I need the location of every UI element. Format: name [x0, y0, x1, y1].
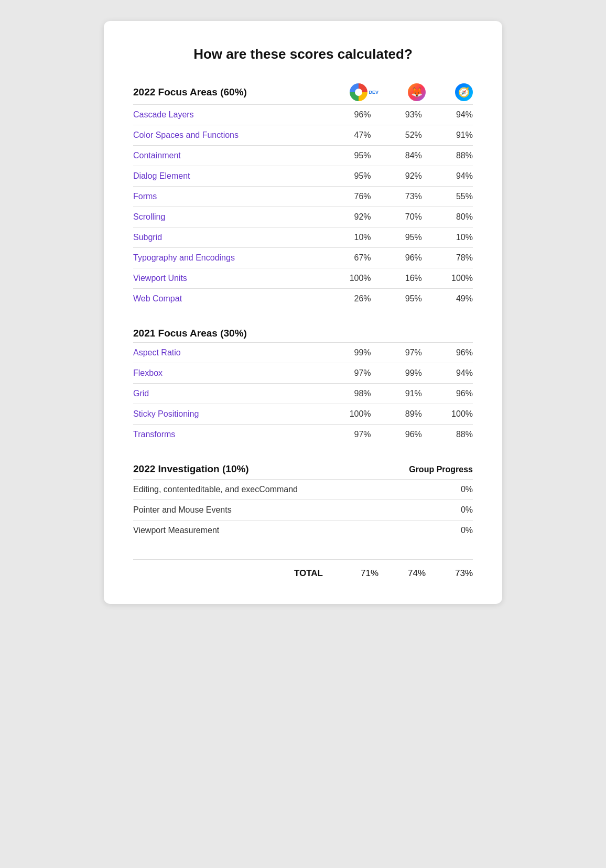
row-label[interactable]: Subgrid	[133, 227, 320, 248]
firefox-icon: 🦊	[408, 83, 426, 101]
row-val-1: 96%	[371, 248, 422, 268]
row-val-2: 94%	[422, 105, 473, 125]
table-row: Containment95%84%88%	[133, 146, 473, 166]
table-row: Typography and Encodings67%96%78%	[133, 248, 473, 268]
section-2022-title: 2022 Focus Areas (60%)	[133, 86, 247, 98]
row-label: Viewport Measurement	[133, 520, 450, 541]
row-val-0: 26%	[320, 289, 371, 309]
investigation-title: 2022 Investigation (10%)	[133, 463, 249, 475]
chrome-icon-col: DEV	[331, 83, 378, 101]
table-row: Subgrid10%95%10%	[133, 227, 473, 248]
row-val-1: 97%	[371, 343, 422, 363]
row-val-1: 93%	[371, 105, 422, 125]
row-label[interactable]: Web Compat	[133, 289, 320, 309]
row-val-0: 97%	[320, 363, 371, 384]
row-val-0: 95%	[320, 146, 371, 166]
row-val-2: 96%	[422, 384, 473, 404]
chrome-icon	[350, 83, 367, 101]
table-row: Color Spaces and Functions47%52%91%	[133, 125, 473, 146]
row-val-2: 88%	[422, 425, 473, 445]
table-row: Dialog Element95%92%94%	[133, 166, 473, 187]
row-val-0: 96%	[320, 105, 371, 125]
section-2022-header: 2022 Focus Areas (60%) DEV 🦊 🧭	[133, 83, 473, 104]
total-row: TOTAL 71% 74% 73%	[133, 559, 473, 579]
row-label: Editing, contenteditable, and execComman…	[133, 480, 450, 500]
row-val-1: 16%	[371, 268, 422, 289]
safari-icon-col: 🧭	[426, 83, 473, 101]
table-row: Scrolling92%70%80%	[133, 207, 473, 227]
row-label[interactable]: Viewport Units	[133, 268, 320, 289]
row-val-1: 92%	[371, 166, 422, 187]
row-val-0: 47%	[320, 125, 371, 146]
row-val-0: 98%	[320, 384, 371, 404]
row-label: Pointer and Mouse Events	[133, 500, 450, 520]
row-val-2: 100%	[422, 404, 473, 425]
row-label[interactable]: Dialog Element	[133, 166, 320, 187]
row-val-1: 91%	[371, 384, 422, 404]
section-2021-focus-areas: 2021 Focus Areas (30%) Aspect Ratio99%97…	[133, 328, 473, 444]
table-row: Flexbox97%99%94%	[133, 363, 473, 384]
page-title: How are these scores calculated?	[133, 46, 473, 62]
table-row: Web Compat26%95%49%	[133, 289, 473, 309]
section-2022-table: Cascade Layers96%93%94%Color Spaces and …	[133, 104, 473, 309]
section-2021-table: Aspect Ratio99%97%96%Flexbox97%99%94%Gri…	[133, 342, 473, 444]
table-row: Cascade Layers96%93%94%	[133, 105, 473, 125]
row-val-2: 49%	[422, 289, 473, 309]
row-label[interactable]: Transforms	[133, 425, 320, 445]
investigation-header: 2022 Investigation (10%) Group Progress	[133, 463, 473, 479]
row-val-1: 95%	[371, 227, 422, 248]
row-label[interactable]: Typography and Encodings	[133, 248, 320, 268]
total-label: TOTAL	[294, 568, 323, 579]
browser-icon-group: DEV 🦊 🧭	[331, 83, 473, 101]
row-label[interactable]: Sticky Positioning	[133, 404, 320, 425]
safari-icon: 🧭	[455, 83, 473, 101]
row-label[interactable]: Grid	[133, 384, 320, 404]
group-progress-label: Group Progress	[409, 465, 473, 474]
row-val-1: 70%	[371, 207, 422, 227]
section-2021-title: 2021 Focus Areas (30%)	[133, 328, 247, 339]
row-val-2: 96%	[422, 343, 473, 363]
row-val-1: 95%	[371, 289, 422, 309]
row-val-2: 78%	[422, 248, 473, 268]
row-val-0: 95%	[320, 166, 371, 187]
row-val: 0%	[450, 500, 473, 520]
row-label[interactable]: Flexbox	[133, 363, 320, 384]
row-val-2: 10%	[422, 227, 473, 248]
row-label[interactable]: Color Spaces and Functions	[133, 125, 320, 146]
row-val-1: 84%	[371, 146, 422, 166]
row-val-2: 80%	[422, 207, 473, 227]
row-val-1: 89%	[371, 404, 422, 425]
main-card: How are these scores calculated? 2022 Fo…	[104, 21, 502, 604]
row-label[interactable]: Containment	[133, 146, 320, 166]
row-val-1: 52%	[371, 125, 422, 146]
row-label[interactable]: Cascade Layers	[133, 105, 320, 125]
table-row: Forms76%73%55%	[133, 187, 473, 207]
table-row: Viewport Units100%16%100%	[133, 268, 473, 289]
row-label[interactable]: Forms	[133, 187, 320, 207]
row-val-0: 99%	[320, 343, 371, 363]
table-row: Viewport Measurement0%	[133, 520, 473, 541]
row-val-0: 10%	[320, 227, 371, 248]
row-val: 0%	[450, 480, 473, 500]
section-2021-header: 2021 Focus Areas (30%)	[133, 328, 473, 342]
row-val-0: 97%	[320, 425, 371, 445]
table-row: Pointer and Mouse Events0%	[133, 500, 473, 520]
row-val-2: 88%	[422, 146, 473, 166]
row-val-1: 99%	[371, 363, 422, 384]
row-val-1: 96%	[371, 425, 422, 445]
table-row: Grid98%91%96%	[133, 384, 473, 404]
table-row: Editing, contenteditable, and execComman…	[133, 480, 473, 500]
row-val-2: 91%	[422, 125, 473, 146]
row-val-0: 92%	[320, 207, 371, 227]
row-label[interactable]: Aspect Ratio	[133, 343, 320, 363]
row-val-0: 67%	[320, 248, 371, 268]
row-label[interactable]: Scrolling	[133, 207, 320, 227]
table-row: Aspect Ratio99%97%96%	[133, 343, 473, 363]
row-val-0: 100%	[320, 268, 371, 289]
row-val: 0%	[450, 520, 473, 541]
table-row: Sticky Positioning100%89%100%	[133, 404, 473, 425]
total-val-chrome: 71%	[331, 568, 378, 579]
row-val-2: 94%	[422, 363, 473, 384]
total-val-firefox: 74%	[378, 568, 426, 579]
row-val-2: 94%	[422, 166, 473, 187]
